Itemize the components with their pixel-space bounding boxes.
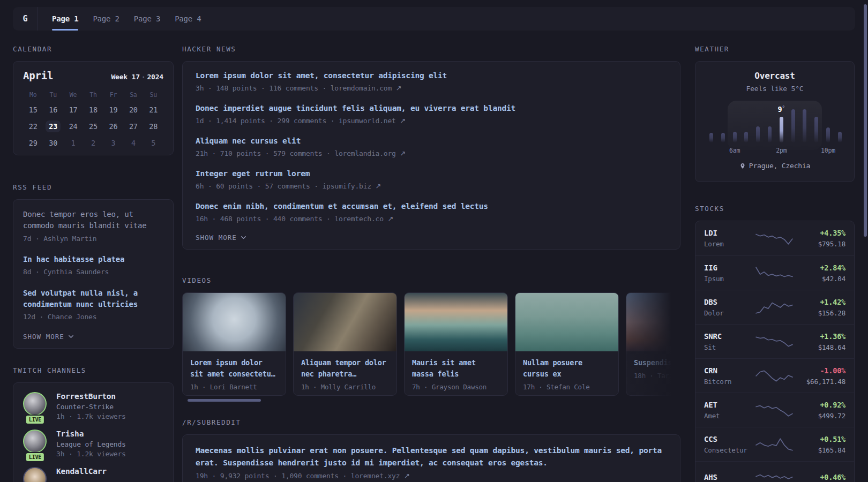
hn-item-domain[interactable]: loremdomain.com (331, 84, 392, 92)
daylight-region (728, 101, 822, 150)
hn-item: Lorem ipsum dolor sit amet, consectetur … (196, 70, 667, 92)
stock-price: $66,171.48 (793, 378, 845, 386)
hn-item-link[interactable]: Lorem ipsum dolor sit amet, consectetur … (196, 70, 667, 81)
stock-sparkline (755, 368, 793, 383)
hn-item-link[interactable]: Donec enim nibh, condimentum et accumsan… (196, 201, 667, 212)
tab-page-1[interactable]: Page 1 (52, 7, 78, 31)
external-link-icon: ↗ (400, 117, 406, 125)
hackernews-section-label: HACKER NEWS (182, 45, 680, 53)
stock-change: +2.84% (793, 263, 845, 272)
tab-page-4[interactable]: Page 4 (175, 7, 201, 31)
calendar-day-next-month: 3 (103, 134, 123, 151)
app-logo[interactable]: G (13, 7, 38, 31)
reddit-post-domain[interactable]: loremnet.xyz (351, 472, 400, 480)
weather-hour-bar (826, 127, 830, 142)
stock-name: Amet (704, 412, 755, 420)
channel-name[interactable]: KendallCarr (56, 467, 107, 476)
weather-hour-bar (803, 109, 806, 142)
external-link-icon: ↗ (376, 182, 381, 190)
carousel-scrollbar[interactable] (188, 399, 261, 402)
stock-sparkline (755, 403, 793, 418)
channel-avatar (23, 467, 47, 482)
calendar-day-next-month: 2 (83, 134, 103, 151)
channel-meta: 3h · 1.2k viewers (56, 450, 126, 458)
subreddit-section-label: /R/SUBREDDIT (182, 418, 680, 426)
videos-section: VIDEOS Lorem ipsum dolor sit amet consec… (182, 276, 680, 402)
twitch-channel-row[interactable]: LIVE Trisha League of Legends 3h · 1.2k … (23, 430, 163, 458)
hn-show-more-button[interactable]: SHOW MORE (196, 234, 667, 242)
weather-widget: Overcast Feels like 5°C 9°6am2pm10pm Pra… (695, 61, 855, 182)
stock-price: $156.28 (793, 309, 845, 317)
tab-page-3[interactable]: Page 3 (134, 7, 160, 31)
tab-page-2[interactable]: Page 2 (93, 7, 119, 31)
channel-avatar (23, 392, 47, 416)
rss-item-link[interactable]: Sed volutpat nulla nisl, a condimentum n… (23, 288, 163, 311)
twitch-channel-row[interactable]: KendallCarr (23, 467, 163, 482)
middle-column: HACKER NEWS Lorem ipsum dolor sit amet, … (182, 45, 680, 482)
calendar-day: 22 (23, 118, 43, 134)
calendar-day-next-month: 4 (123, 134, 143, 151)
top-navigation-bar: G Page 1 Page 2 Page 3 Page 4 (13, 7, 855, 31)
hn-item-link[interactable]: Donec imperdiet augue tincidunt felis al… (196, 103, 667, 114)
stock-price: $499.72 (793, 412, 845, 420)
stock-change: +0.51% (793, 435, 845, 443)
weather-hour-bar (791, 109, 795, 142)
channel-name[interactable]: Trisha (56, 430, 126, 438)
location-pin-icon (739, 163, 746, 169)
hn-item-link[interactable]: Integer eget rutrum lorem (196, 168, 667, 179)
weather-hour-bar (756, 126, 760, 142)
calendar-day-next-month: 1 (63, 134, 83, 151)
calendar-day: 30 (43, 134, 63, 151)
hn-item-meta: 6h · 60 points · 57 comments · ipsumify.… (196, 182, 667, 190)
hn-item-meta: 16h · 468 points · 440 comments · loremt… (196, 215, 667, 223)
video-card[interactable]: Lorem ipsum dolor sit amet consectetu… 1… (182, 292, 286, 396)
rss-item-link[interactable]: Donec tempor eros leo, ut commodo mauris… (23, 209, 163, 232)
channel-name[interactable]: ForrestBurton (56, 392, 126, 401)
stock-name: Bitcorn (704, 378, 755, 386)
subreddit-section: /R/SUBREDDIT Maecenas mollis pulvinar er… (182, 418, 680, 482)
video-card[interactable]: Suspendisse diam 18h · Tara (626, 292, 680, 396)
hn-item: Aliquam nec cursus elit 21h · 710 points… (196, 135, 667, 157)
calendar-widget: April Week 17·2024 Mo Tu We Th Fr Sa Su … (13, 61, 174, 155)
video-meta: 1h · Lori Barnett (183, 380, 286, 391)
stock-change: -1.00% (793, 366, 845, 375)
stock-row: CCSConsectetur +0.51%$165.84 (695, 427, 854, 461)
stock-sparkline (755, 266, 793, 281)
reddit-post-link[interactable]: Maecenas mollis pulvinar erat non posuer… (196, 445, 667, 469)
day-header: Fr (103, 88, 123, 101)
stock-symbol: CRN (704, 366, 755, 375)
left-column: CALENDAR April Week 17·2024 Mo Tu We Th … (13, 45, 174, 482)
twitch-channel-row[interactable]: LIVE ForrestBurton Counter-Strike 1h · 1… (23, 392, 163, 420)
calendar-day: 16 (43, 101, 63, 118)
stocks-section: STOCKS LDILorem +4.35%$795.18 IIGIpsum +… (695, 205, 855, 482)
rss-item-meta: 7d · Ashlyn Martin (23, 234, 163, 244)
channel-game: Counter-Strike (56, 403, 126, 411)
video-card[interactable]: Aliquam tempor dolor nec pharetra… 1h · … (293, 292, 397, 396)
calendar-day: 24 (63, 118, 83, 134)
hn-item-domain[interactable]: loremtech.co (334, 215, 384, 223)
calendar-day: 21 (144, 101, 163, 118)
page-tabs: Page 1 Page 2 Page 3 Page 4 (38, 7, 201, 31)
hn-item-domain[interactable]: loremlandia.org (334, 149, 395, 157)
rss-item-link[interactable]: In hac habitasse platea (23, 254, 163, 265)
video-card[interactable]: Mauris sit amet massa felis 7h · Grayson… (404, 292, 508, 396)
stock-row: AHS +0.46% (695, 461, 854, 482)
weather-hour-bar: 9° (780, 117, 783, 142)
video-thumbnail (183, 293, 286, 351)
weather-hour-bar (768, 126, 772, 142)
video-thumbnail (515, 293, 618, 351)
video-card[interactable]: Nullam posuere cursus ex 17h · Stefan Co… (515, 292, 619, 396)
rss-item: Sed volutpat nulla nisl, a condimentum n… (23, 288, 163, 322)
hn-item-link[interactable]: Aliquam nec cursus elit (196, 135, 667, 147)
page-scrollbar[interactable] (864, 4, 867, 237)
day-header: Sa (123, 88, 143, 101)
weather-time-label: 6am (729, 147, 740, 154)
calendar-month: April (23, 70, 53, 81)
rss-show-more-button[interactable]: SHOW MORE (23, 333, 163, 341)
hn-item-domain[interactable]: ipsumworld.net (339, 117, 396, 125)
calendar-day: 17 (63, 101, 83, 118)
hn-item-domain[interactable]: ipsumify.biz (322, 182, 371, 190)
stock-symbol: CCS (704, 435, 755, 443)
calendar-day: 27 (123, 118, 143, 134)
current-temp-label: 9° (777, 105, 785, 114)
